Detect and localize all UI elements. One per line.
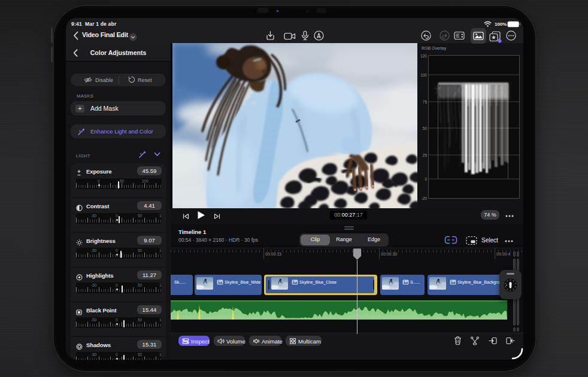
svg-text:0: 0 [425,177,427,181]
svg-text:50: 50 [423,126,428,130]
svg-text:120: 120 [420,54,427,58]
svg-text:RGB Overlay: RGB Overlay [422,46,447,51]
svg-text:25: 25 [423,153,428,157]
svg-text:100: 100 [420,73,427,77]
svg-text:-20: -20 [422,196,428,200]
svg-text:75: 75 [423,100,428,104]
